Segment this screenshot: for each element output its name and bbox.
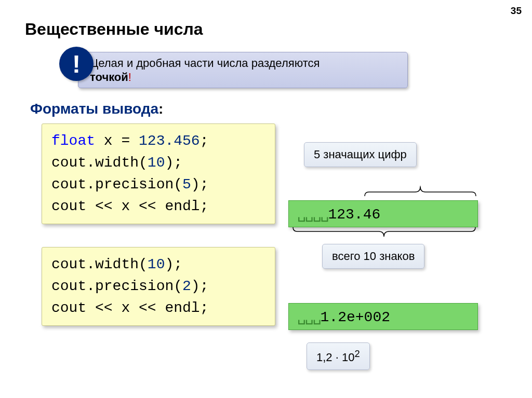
info-note: Целая и дробная части числа разделяются … [78,52,408,88]
output-2: ␣␣␣1.2e+002 [288,303,478,330]
note-bold: точкой [90,71,128,84]
output2-value: 1.2e+002 [321,309,390,325]
code1-l4: cout << x << endl; [51,198,208,214]
code-block-1: float x = 123.456; cout.width(10); cout.… [42,123,275,224]
note-text: Целая и дробная части числа разделяются … [90,56,320,85]
output1-value: 123.46 [328,207,380,223]
section-label: Форматы вывода [30,101,158,117]
callout-width: всего 10 знаков [322,244,424,269]
code1-l3a: cout.precision( [51,176,182,193]
callout-scinote: 1,2 · 102 [307,342,370,370]
output1-spaces: ␣␣␣␣ [297,207,328,223]
code1-l1b: x = [95,133,139,149]
code1-l1d: ; [200,133,209,149]
callout-sigfigs: 5 значащих цифр [304,142,417,167]
code-block-2: cout.width(10); cout.precision(2); cout … [42,247,275,326]
code2-l1c: ); [165,256,182,272]
brace-top-icon [364,186,477,197]
code1-l2b: 10 [148,155,165,171]
literal-123: 123.456 [139,133,200,149]
exclamation-icon: ! [59,47,94,81]
code2-l2a: cout.precision( [51,278,182,294]
page-title: Вещественные числа [25,20,203,39]
code2-l3: cout << x << endl; [51,300,208,316]
code1-l3b: 5 [182,176,191,193]
code1-l2a: cout.width( [51,155,148,171]
code2-l2b: 2 [182,278,191,294]
output2-spaces: ␣␣␣ [297,309,321,325]
code2-l2c: ); [191,278,209,294]
section-title: Форматы вывода: [30,101,163,117]
callout3-exp: 2 [354,348,360,359]
output-1: ␣␣␣␣123.46 [288,200,478,227]
code2-l1a: cout.width( [51,256,148,272]
code2-l1b: 10 [148,256,165,272]
kw-float: float [51,133,95,149]
code1-l2c: ); [165,155,182,171]
note-part1: Целая и дробная части числа разделяются [90,57,320,70]
page-number: 35 [511,5,522,17]
note-exclaim: ! [128,71,131,84]
callout3-base: 1,2 · 10 [316,351,354,364]
section-colon: : [158,101,163,117]
code1-l3c: ); [191,176,209,193]
brace-bottom-icon [292,226,476,238]
